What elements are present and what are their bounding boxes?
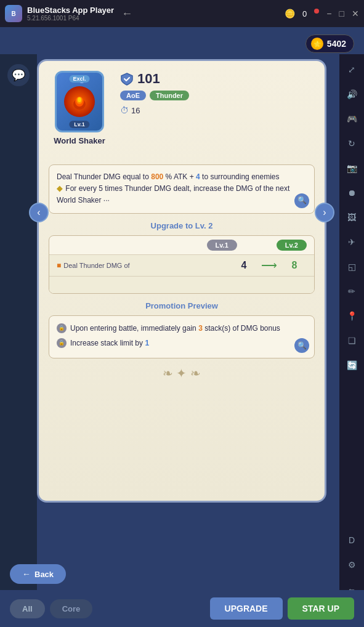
- tab-core[interactable]: Core: [50, 599, 93, 618]
- promotion-box: 🔒 Upon entering battle, immediately gain…: [49, 315, 315, 359]
- upgrade-val-from: 4: [232, 260, 256, 271]
- settings-icon[interactable]: ⚙: [344, 557, 360, 573]
- back-nav-icon[interactable]: ←: [121, 7, 132, 20]
- desc-mid-text: % ATK +: [166, 172, 196, 181]
- desc-main-text: Deal Thunder DMG equal to: [57, 172, 151, 181]
- screenshot-icon[interactable]: 📷: [344, 160, 360, 176]
- upgrade-title: Upgrade to Lv. 2: [49, 221, 315, 230]
- nav-arrow-left[interactable]: ‹: [29, 203, 49, 222]
- minimize-button[interactable]: −: [326, 9, 331, 18]
- currency-bar: ⭐ 5402: [305, 34, 354, 53]
- clock-row: ⏱ 16: [120, 105, 315, 115]
- main-area: 💬 ⤢ 🔊 🎮 ↻ 📷 ⏺ 🖼 ✈ ◱ ✏ 📍 ❏ 🔄 D ⚙ ← 🏠 ☰ ⭐ …: [0, 27, 364, 627]
- excl-badge: Excl.: [69, 75, 89, 83]
- back-button-label: Back: [34, 570, 54, 579]
- upgrade-table-header: Lv.1 Lv.2: [49, 236, 314, 254]
- skill-card-panel: ‹ › ℃ Excl.: [37, 59, 326, 503]
- promotion-title: Promotion Preview: [49, 301, 315, 310]
- promo-text2: Increase stack limit by 1: [70, 337, 149, 349]
- upgrade-row-label: Deal Thunder DMG of: [63, 262, 232, 269]
- expand-icon[interactable]: ⤢: [344, 62, 360, 78]
- record-icon[interactable]: ⏺: [344, 185, 360, 201]
- promo-row-2: 🔒 Increase stack limit by 1: [57, 337, 307, 349]
- desc-bullet-icon: ◆: [57, 184, 62, 193]
- coin-icon: 🪙: [285, 9, 295, 18]
- promo-row-1: 🔒 Upon entering battle, immediately gain…: [57, 322, 307, 334]
- clock-icon: ⏱: [120, 105, 129, 115]
- title-bar: B BlueStacks App Player 5.21.656.1001 P6…: [0, 0, 364, 27]
- close-button[interactable]: ✕: [352, 9, 359, 18]
- desc-end-text: to surrounding enemies: [202, 172, 279, 181]
- lv-to-pill: Lv.2: [277, 240, 307, 251]
- cooldown-value: 16: [131, 106, 140, 115]
- game-icon[interactable]: 🎮: [344, 111, 360, 127]
- skill-info: 101 AoE Thunder ⏱ 16: [120, 71, 315, 115]
- tab-all[interactable]: All: [10, 599, 45, 618]
- tags-row: AoE Thunder: [120, 91, 315, 100]
- skill-icon-container: ℃ Excl. Lv.1 World Shaker: [49, 71, 110, 157]
- location-icon[interactable]: ✈: [344, 234, 360, 250]
- back-button[interactable]: ← Back: [10, 564, 66, 584]
- desc-value2: 4: [196, 172, 200, 181]
- card-header: ℃ Excl. Lv.1 World Shaker: [49, 71, 315, 157]
- map-icon[interactable]: 📍: [344, 308, 360, 324]
- tag-thunder: Thunder: [150, 91, 189, 100]
- lv-from-pill: Lv.1: [207, 240, 237, 251]
- currency-amount: 5402: [327, 39, 346, 49]
- skill-fire-icon: [64, 86, 95, 117]
- coin-count: 0: [302, 9, 307, 18]
- back-arrow-icon: ←: [22, 569, 31, 579]
- app-name: BlueStacks App Player: [27, 6, 114, 15]
- edit-icon[interactable]: ✏: [344, 283, 360, 299]
- skill-icon-badge: ℃ Excl. Lv.1: [55, 71, 104, 132]
- maximize-button[interactable]: □: [339, 9, 344, 18]
- layers-icon[interactable]: ❏: [344, 333, 360, 349]
- promotion-magnify-button[interactable]: 🔍: [294, 338, 309, 353]
- skill-name: World Shaker: [54, 136, 105, 147]
- volume-icon[interactable]: 🔊: [344, 86, 360, 102]
- notification-dot: [314, 9, 319, 14]
- upgrade-section: Upgrade to Lv. 2 Lv.1 Lv.2 ■ Deal Thunde…: [49, 221, 315, 294]
- chat-icon[interactable]: 💬: [7, 64, 30, 86]
- resize-icon[interactable]: ◱: [344, 259, 360, 275]
- discord-icon[interactable]: D: [344, 532, 360, 548]
- upgrade-table: Lv.1 Lv.2 ■ Deal Thunder DMG of 4 ⟶ 8: [49, 235, 315, 294]
- window-controls: 🪙 0 − □ ✕: [285, 9, 359, 18]
- currency-coin-icon: ⭐: [311, 38, 323, 50]
- desc-bullet-text: For every 5 times Thunder DMG dealt, inc…: [57, 184, 289, 204]
- upgrade-empty-row: [49, 276, 314, 293]
- upgrade-arrow-icon: ⟶: [261, 259, 277, 272]
- image-icon[interactable]: 🖼: [344, 209, 360, 225]
- right-sidebar: ⤢ 🔊 🎮 ↻ 📷 ⏺ 🖼 ✈ ◱ ✏ 📍 ❏ 🔄 D ⚙ ← 🏠 ☰: [339, 54, 364, 627]
- tag-aoe: AoE: [120, 91, 146, 100]
- promo-lock-icon-2: 🔒: [57, 338, 67, 348]
- app-logo: B: [5, 5, 22, 22]
- skill-level-number: 101: [137, 71, 160, 87]
- upgrade-button[interactable]: UPGRADE: [210, 597, 283, 620]
- promo-lock-icon-1: 🔒: [57, 323, 67, 333]
- promo-val1: 3: [198, 324, 203, 333]
- description-box: Deal Thunder DMG equal to 800 % ATK + 4 …: [49, 164, 315, 214]
- bottom-bar: All Core UPGRADE STAR UP: [0, 590, 364, 627]
- app-version: 5.21.656.1001 P64: [27, 15, 114, 22]
- row-bullet: ■: [57, 261, 61, 270]
- card-decoration: ❧ ✦ ❧: [49, 366, 315, 381]
- upgrade-table-row: ■ Deal Thunder DMG of 4 ⟶ 8: [49, 254, 314, 276]
- skill-level-row: 101: [120, 71, 315, 87]
- upgrade-val-to: 8: [282, 260, 307, 271]
- promotion-section: Promotion Preview 🔒 Upon entering battle…: [49, 301, 315, 359]
- refresh-icon[interactable]: 🔄: [344, 357, 360, 373]
- promo-text1: Upon entering battle, immediately gain 3…: [70, 322, 280, 334]
- desc-value1: 800: [151, 172, 163, 181]
- shield-icon: [120, 72, 134, 86]
- description-magnify-button[interactable]: 🔍: [294, 193, 309, 208]
- lv-badge: Lv.1: [69, 121, 89, 128]
- app-title-group: BlueStacks App Player 5.21.656.1001 P64: [27, 6, 114, 22]
- promo-val2: 1: [145, 339, 149, 347]
- svg-point-3: [78, 97, 81, 102]
- starup-button[interactable]: STAR UP: [288, 597, 354, 620]
- nav-arrow-right[interactable]: ›: [315, 203, 334, 222]
- left-sidebar: 💬: [0, 54, 37, 627]
- rotate-icon[interactable]: ↻: [344, 136, 360, 152]
